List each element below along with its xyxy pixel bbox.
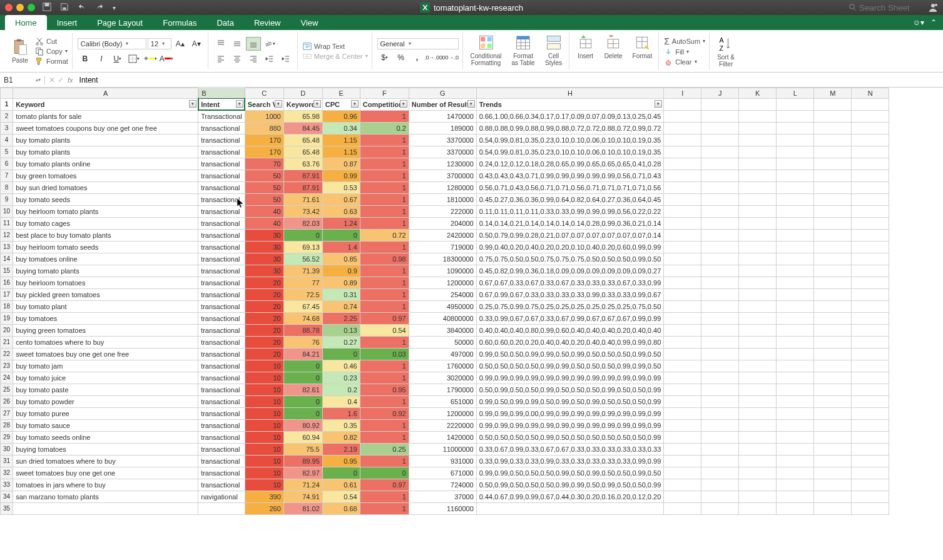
cell[interactable]: 3020000	[409, 372, 476, 384]
cell[interactable]: transactional	[198, 170, 245, 181]
cell[interactable]: 880	[245, 122, 283, 134]
cell[interactable]: 1.15	[322, 146, 360, 158]
cell[interactable]: 1	[360, 146, 409, 158]
table-header-cell[interactable]: Intent▾	[198, 98, 245, 110]
cell[interactable]: transactional	[198, 348, 245, 360]
cell[interactable]: buy heirloom tomato seeds	[13, 241, 198, 253]
search-sheet[interactable]	[849, 3, 922, 13]
cell[interactable]: buying tomatoes	[13, 443, 198, 455]
col-header-M[interactable]: M	[814, 88, 852, 99]
cell[interactable]: 0.45,0.27,0.36,0.36,0.99,0.64,0.82,0.64,…	[476, 193, 664, 205]
cell[interactable]: 0.43,0.43,0.43,0.71,0.99,0.99,0.99,0.99,…	[476, 170, 664, 181]
cell[interactable]: buy tomato juice	[13, 372, 198, 384]
cell[interactable]: 1160000	[409, 502, 476, 514]
cell[interactable]: 0.25,0.75,0.99,0.75,0.25,0.25,0.25,0.25,…	[476, 300, 664, 312]
cell[interactable]: 671000	[409, 467, 476, 479]
cell[interactable]: 1	[360, 170, 409, 181]
cell[interactable]: 1	[360, 502, 409, 514]
col-header-F[interactable]: F	[360, 88, 409, 99]
row-header[interactable]: 22	[1, 348, 13, 360]
cell[interactable]: 1	[360, 300, 409, 312]
align-bottom-icon[interactable]	[246, 37, 261, 51]
cell-styles-button[interactable]: Cell Styles	[543, 33, 565, 69]
cell[interactable]: 1200000	[409, 277, 476, 288]
cancel-formula-icon[interactable]: ✕	[49, 76, 55, 84]
col-header-K[interactable]: K	[739, 88, 777, 99]
cell[interactable]: 189000	[409, 122, 476, 134]
cell[interactable]: 81.02	[283, 502, 322, 514]
comma-icon[interactable]: ,	[410, 51, 425, 64]
row-header[interactable]: 20	[1, 324, 13, 336]
cell[interactable]: 0.75,0.75,0.50,0.50,0.75,0.75,0.75,0.50,…	[476, 253, 664, 265]
cell[interactable]: 40	[245, 217, 283, 229]
cell[interactable]: 0.14,0.14,0.21,0.14,0.14,0.14,0.14,0.28,…	[476, 217, 664, 229]
cell[interactable]: 1810000	[409, 193, 476, 205]
cell[interactable]: 1.24	[322, 217, 360, 229]
cell[interactable]: 65.48	[283, 134, 322, 146]
cell[interactable]: 931000	[409, 455, 476, 467]
cell[interactable]: 71.39	[283, 265, 322, 277]
cell[interactable]: 0	[360, 467, 409, 479]
col-header-G[interactable]: G	[409, 88, 476, 99]
row-header[interactable]: 28	[1, 419, 13, 431]
cell[interactable]: transactional	[198, 372, 245, 384]
cell[interactable]: 30	[245, 253, 283, 265]
cell[interactable]: 80.92	[283, 419, 322, 431]
cell[interactable]: sweet tomatoes buy one get one	[13, 467, 198, 479]
col-header-J[interactable]: J	[701, 88, 739, 99]
cell[interactable]: 0.54,0.99,0.81,0.35,0.23,0.10,0.10,0.06,…	[476, 146, 664, 158]
cell[interactable]: buy pickled green tomatoes	[13, 288, 198, 300]
cell[interactable]: 2220000	[409, 419, 476, 431]
cell[interactable]: 0.96	[322, 110, 360, 122]
cell[interactable]: 18300000	[409, 253, 476, 265]
align-center-icon[interactable]	[230, 52, 245, 66]
row-header[interactable]: 9	[1, 193, 13, 205]
row-header[interactable]: 15	[1, 265, 13, 277]
cell[interactable]	[198, 502, 245, 514]
cell[interactable]: 76	[283, 336, 322, 348]
cell[interactable]: 0.56,0.71,0.43,0.56,0.71,0.71,0.56,0.71,…	[476, 181, 664, 193]
cell[interactable]: 72.5	[283, 288, 322, 300]
cell[interactable]: 1760000	[409, 360, 476, 372]
row-header[interactable]: 11	[1, 217, 13, 229]
fill-button[interactable]: Fill ▾	[664, 48, 705, 56]
cell[interactable]: 1	[360, 277, 409, 288]
row-header[interactable]: 31	[1, 455, 13, 467]
cell[interactable]: 1	[360, 455, 409, 467]
align-middle-icon[interactable]	[230, 37, 245, 51]
cell[interactable]: 1	[360, 372, 409, 384]
cell[interactable]: 222000	[409, 205, 476, 217]
cell[interactable]: 30	[245, 229, 283, 241]
cell[interactable]: 0.45,0.82,0.99,0.36,0.18,0.09,0.09,0.09,…	[476, 265, 664, 277]
row-header[interactable]: 7	[1, 170, 13, 181]
cell[interactable]: 724000	[409, 479, 476, 491]
cell[interactable]: transactional	[198, 336, 245, 348]
tab-view[interactable]: View	[291, 15, 329, 30]
cell[interactable]: transactional	[198, 419, 245, 431]
cell[interactable]: buy tomato plant	[13, 300, 198, 312]
cell[interactable]: 0.50,0.99,0.50,0.50,0.50,0.99,0.99,0.50,…	[476, 479, 664, 491]
row-header[interactable]: 8	[1, 181, 13, 193]
row-header[interactable]: 26	[1, 395, 13, 407]
cell[interactable]: 0.66,1.00,0.66,0.34,0.17,0.17,0.09,0.07,…	[476, 110, 664, 122]
cell[interactable]: 0.35	[322, 419, 360, 431]
cell[interactable]: 0.99,0.99,0.99,0.99,0.99,0.99,0.99,0.99,…	[476, 372, 664, 384]
cell[interactable]: 0.25	[360, 443, 409, 455]
cell[interactable]: 497000	[409, 348, 476, 360]
cell[interactable]: 1090000	[409, 265, 476, 277]
row-header[interactable]: 34	[1, 491, 13, 502]
cell[interactable]: 10	[245, 360, 283, 372]
cell[interactable]: transactional	[198, 360, 245, 372]
cell[interactable]: transactional	[198, 277, 245, 288]
cell[interactable]: 1	[360, 491, 409, 502]
cell[interactable]: buy tomato jam	[13, 360, 198, 372]
row-header[interactable]: 3	[1, 122, 13, 134]
cell[interactable]: 74.68	[283, 312, 322, 324]
cell[interactable]: 719000	[409, 241, 476, 253]
cell[interactable]: 0	[322, 467, 360, 479]
cell[interactable]: 0.67	[322, 193, 360, 205]
fill-color-button[interactable]: ▾	[143, 52, 158, 66]
tab-data[interactable]: Data	[206, 15, 243, 30]
cell[interactable]: 0.74	[322, 300, 360, 312]
cell[interactable]: 0.92	[360, 407, 409, 419]
